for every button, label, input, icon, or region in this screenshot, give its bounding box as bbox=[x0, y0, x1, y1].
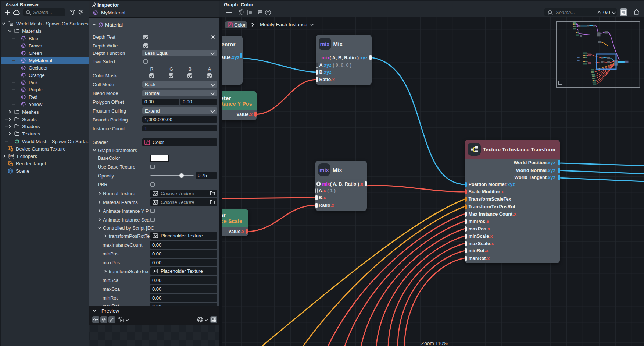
svg-text:HDR: HDR bbox=[9, 155, 14, 158]
